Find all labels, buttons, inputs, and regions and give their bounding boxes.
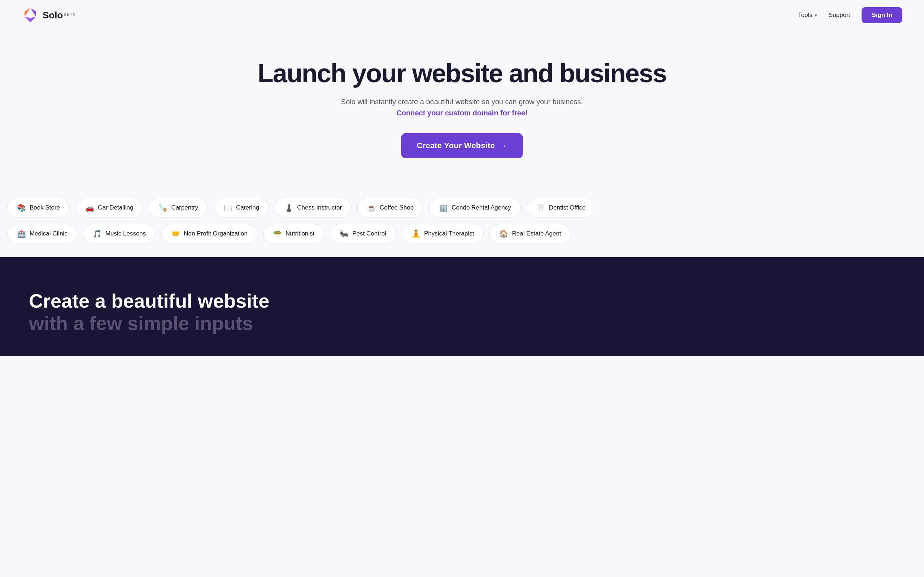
real-estate-agent-icon: 🏠: [499, 229, 508, 238]
nutritionist-label: Nutritionist: [286, 230, 314, 237]
hero-domain-link[interactable]: Connect your custom domain for free!: [15, 109, 909, 117]
medical-clinic-icon: 🏥: [17, 229, 26, 238]
coffee-shop-icon: ☕: [367, 203, 376, 212]
catering-label: Catering: [236, 204, 259, 211]
logo-text: SoloBETA: [43, 10, 76, 21]
categories-row-1: 📚Book Store🚗Car Detailing🪚Carpentry🍽️Cat…: [0, 198, 924, 224]
category-chip-carpentry[interactable]: 🪚Carpentry: [149, 198, 208, 218]
dentist-office-icon: 🦷: [536, 203, 545, 212]
logo-area: SoloBETA: [22, 6, 76, 24]
chess-instructor-label: Chess Instructor: [297, 204, 342, 211]
medical-clinic-label: Medical Clinic: [30, 230, 68, 237]
category-chip-catering[interactable]: 🍽️Catering: [214, 198, 269, 218]
dark-section: Create a beautiful website with a few si…: [0, 257, 924, 356]
navbar: SoloBETA Tools ▾ Support Sign In: [0, 0, 924, 30]
pest-control-label: Pest Control: [352, 230, 386, 237]
hero-subtitle: Solo will instantly create a beautiful w…: [15, 98, 909, 106]
tools-menu[interactable]: Tools ▾: [798, 11, 817, 19]
create-website-button[interactable]: Create Your Website →: [401, 133, 523, 158]
categories-section: 📚Book Store🚗Car Detailing🪚Carpentry🍽️Cat…: [0, 180, 924, 257]
physical-therapist-icon: 🧘: [412, 229, 420, 238]
dark-subtitle: with a few simple inputs: [29, 312, 281, 334]
physical-therapist-label: Physical Therapist: [424, 230, 474, 237]
svg-marker-1: [24, 8, 30, 16]
dentist-office-label: Dentist Office: [549, 204, 586, 211]
carpentry-label: Carpentry: [171, 204, 198, 211]
music-lessons-icon: 🎵: [93, 229, 102, 238]
book-store-label: Book Store: [30, 204, 60, 211]
tools-chevron-icon: ▾: [815, 13, 817, 18]
chess-instructor-icon: ♟️: [284, 203, 294, 212]
carpentry-icon: 🪚: [158, 203, 168, 212]
non-profit-org-label: Non Profit Organization: [184, 230, 247, 237]
music-lessons-label: Music Lessons: [105, 230, 146, 237]
sign-in-button[interactable]: Sign In: [861, 7, 902, 23]
real-estate-agent-label: Real Estate Agent: [512, 230, 561, 237]
category-chip-coffee-shop[interactable]: ☕Coffee Shop: [357, 198, 423, 218]
category-chip-pest-control[interactable]: 🐜Pest Control: [330, 224, 396, 243]
category-chip-condo-rental-agency[interactable]: 🏢Condo Rental Agency: [429, 198, 520, 218]
car-detailing-label: Car Detailing: [98, 204, 133, 211]
car-detailing-icon: 🚗: [85, 203, 94, 212]
category-chip-chess-instructor[interactable]: ♟️Chess Instructor: [275, 198, 352, 218]
category-chip-music-lessons[interactable]: 🎵Music Lessons: [83, 224, 155, 243]
categories-row-2: 🏥Medical Clinic🎵Music Lessons🤝Non Profit…: [0, 224, 924, 250]
hero-section: Launch your website and business Solo wi…: [0, 30, 924, 180]
svg-marker-2: [24, 16, 36, 23]
support-link[interactable]: Support: [829, 11, 850, 19]
pest-control-icon: 🐜: [340, 229, 349, 238]
non-profit-org-icon: 🤝: [171, 229, 180, 238]
category-chip-book-store[interactable]: 📚Book Store: [7, 198, 69, 218]
category-chip-non-profit-org[interactable]: 🤝Non Profit Organization: [162, 224, 257, 243]
coffee-shop-label: Coffee Shop: [380, 204, 414, 211]
category-chip-car-detailing[interactable]: 🚗Car Detailing: [76, 198, 143, 218]
category-chip-medical-clinic[interactable]: 🏥Medical Clinic: [7, 224, 77, 243]
category-chip-physical-therapist[interactable]: 🧘Physical Therapist: [402, 224, 484, 243]
arrow-icon: →: [499, 141, 507, 150]
nav-right: Tools ▾ Support Sign In: [798, 7, 902, 23]
book-store-icon: 📚: [17, 203, 26, 212]
nutritionist-icon: 🥗: [273, 229, 282, 238]
svg-marker-0: [30, 8, 36, 16]
category-chip-real-estate-agent[interactable]: 🏠Real Estate Agent: [489, 224, 571, 243]
condo-rental-agency-icon: 🏢: [439, 203, 448, 212]
category-chip-nutritionist[interactable]: 🥗Nutritionist: [263, 224, 324, 243]
hero-title: Launch your website and business: [15, 59, 909, 88]
category-chip-dentist-office[interactable]: 🦷Dentist Office: [527, 198, 596, 218]
catering-icon: 🍽️: [223, 203, 233, 212]
condo-rental-agency-label: Condo Rental Agency: [452, 204, 511, 211]
solo-logo-icon: [22, 6, 39, 24]
dark-title: Create a beautiful website: [29, 290, 281, 312]
